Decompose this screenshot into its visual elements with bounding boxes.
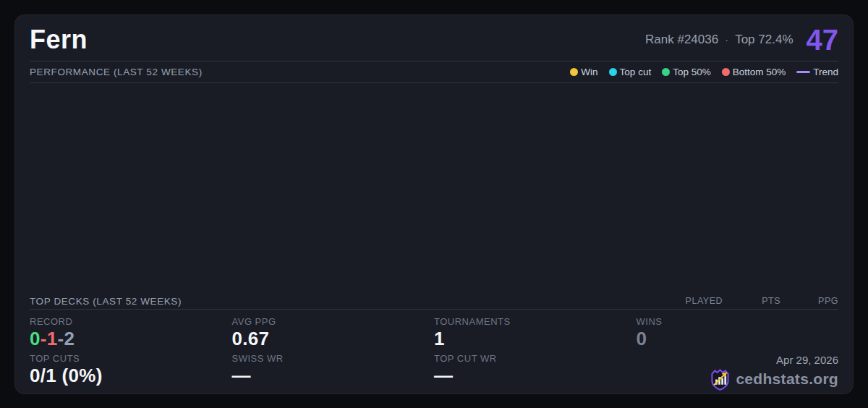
legend-item-top-cut: Top cut	[609, 67, 652, 77]
stat-tournaments: TOURNAMENTS 1	[434, 316, 637, 349]
player-score: 47	[807, 25, 839, 54]
legend-label: Top cut	[620, 67, 652, 77]
column-header-pts: PTS	[723, 296, 780, 306]
legend-label: Bottom 50%	[733, 67, 786, 77]
record-value: 0-1-2	[30, 328, 232, 349]
stat-label: RECORD	[30, 316, 232, 327]
player-name: Fern	[30, 25, 88, 55]
player-stats-card: Fern Rank #24036 · Top 72.4% 47 PERFORMA…	[14, 14, 854, 394]
tournaments-value: 1	[434, 328, 637, 349]
date-text: Apr 29, 2026	[637, 354, 839, 366]
performance-chart-area	[30, 83, 838, 293]
avg-ppg-value: 0.67	[232, 328, 435, 349]
record-draws: 2	[64, 328, 75, 349]
wins-value: 0	[637, 328, 839, 349]
stat-label: TOP CUTS	[30, 353, 232, 364]
card-header: Fern Rank #24036 · Top 72.4% 47	[30, 15, 838, 61]
legend-label: Win	[581, 67, 597, 77]
legend-label: Top 50%	[673, 67, 711, 77]
top-percent-text: Top 72.4%	[735, 33, 793, 47]
legend-item-win: Win	[570, 67, 597, 77]
stat-label: TOP CUT WR	[434, 353, 637, 364]
top-cut-wr-value: —	[434, 365, 637, 386]
performance-section-title: PERFORMANCE (LAST 52 WEEKS)	[30, 67, 203, 77]
bottom-50-dot-icon	[722, 68, 730, 76]
stat-top-cuts: TOP CUTS 0/1 (0%)	[30, 353, 232, 391]
trend-line-icon	[796, 71, 810, 73]
header-right: Rank #24036 · Top 72.4% 47	[645, 25, 838, 54]
stat-label: WINS	[637, 316, 839, 327]
rank-line: Rank #24036 · Top 72.4%	[645, 33, 793, 47]
record-separator: -	[41, 328, 47, 349]
legend-item-bottom-50: Bottom 50%	[722, 67, 786, 77]
chart-legend: Win Top cut Top 50% Bottom 50% Trend	[570, 67, 838, 77]
legend-item-top-50: Top 50%	[662, 67, 711, 77]
rank-separator: ·	[725, 33, 728, 46]
card-footer: Apr 29, 2026 cedhstats.org	[637, 353, 839, 391]
stat-label: TOURNAMENTS	[434, 316, 637, 327]
cedhstats-logo-icon	[710, 368, 730, 391]
stat-avg-ppg: AVG PPG 0.67	[232, 316, 435, 349]
top-decks-columns: PLAYED PTS PPG	[665, 296, 838, 306]
column-header-ppg: PPG	[780, 296, 838, 306]
stats-grid: RECORD 0-1-2 AVG PPG 0.67 TOURNAMENTS 1 …	[30, 310, 838, 391]
stat-label: SWISS WR	[232, 353, 435, 364]
column-header-played: PLAYED	[665, 296, 723, 306]
swiss-wr-value: —	[232, 365, 435, 386]
win-dot-icon	[570, 68, 578, 76]
rank-text: Rank #24036	[645, 33, 718, 47]
top-decks-header-row: TOP DECKS (LAST 52 WEEKS) PLAYED PTS PPG	[30, 293, 838, 310]
legend-label: Trend	[813, 67, 838, 77]
stat-swiss-wr: SWISS WR —	[232, 353, 435, 391]
top-cuts-value: 0/1 (0%)	[30, 365, 232, 386]
stat-top-cut-wr: TOP CUT WR —	[434, 353, 637, 391]
stat-record: RECORD 0-1-2	[30, 316, 232, 349]
top-decks-section-title: TOP DECKS (LAST 52 WEEKS)	[30, 296, 182, 307]
site-branding[interactable]: cedhstats.org	[637, 368, 839, 391]
legend-item-trend: Trend	[796, 67, 838, 77]
top-50-dot-icon	[662, 68, 670, 76]
top-cut-dot-icon	[609, 68, 617, 76]
record-wins: 0	[30, 328, 41, 349]
record-losses: 1	[47, 328, 58, 349]
stat-label: AVG PPG	[232, 316, 435, 327]
stat-wins: WINS 0	[637, 316, 839, 349]
performance-header-row: PERFORMANCE (LAST 52 WEEKS) Win Top cut …	[30, 61, 838, 83]
site-name[interactable]: cedhstats.org	[736, 370, 838, 388]
